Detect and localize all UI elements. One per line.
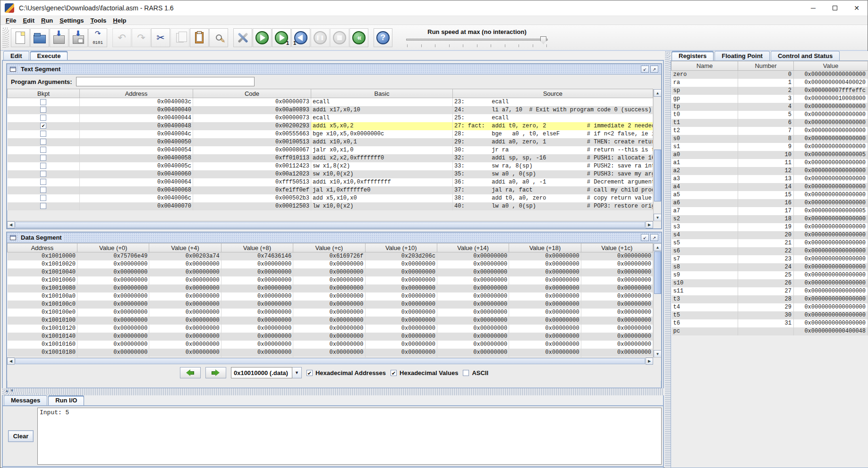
value-cell[interactable]: 0x00000000: [509, 333, 581, 341]
value-cell[interactable]: 0x00000000: [509, 292, 581, 301]
value-cell[interactable]: 0x00000000: [365, 317, 437, 325]
register-value-cell[interactable]: 0x0000000000000000: [794, 103, 868, 111]
scroll-down-icon[interactable]: ▼: [654, 350, 662, 358]
register-value-cell[interactable]: 0x0000000000000000: [794, 295, 868, 303]
value-cell[interactable]: 0x00000000: [581, 252, 653, 260]
value-cell[interactable]: 0x00000000: [149, 292, 221, 301]
value-cell[interactable]: 0x00000000: [437, 276, 509, 284]
ascii-option[interactable]: ASCII: [463, 369, 488, 376]
register-value-cell[interactable]: 0x0000000000000000: [794, 255, 868, 263]
open-file-button[interactable]: [30, 28, 49, 47]
value-cell[interactable]: 0x00000000: [437, 260, 509, 268]
text-segment-hscrollbar[interactable]: ◀ ▶: [7, 221, 661, 228]
value-cell[interactable]: 0x00000000: [149, 268, 221, 276]
value-cell[interactable]: 0x00000000: [581, 268, 653, 276]
register-value-cell[interactable]: 0x0000000000000000: [794, 223, 868, 231]
value-cell[interactable]: 0x00000000: [221, 349, 293, 357]
scroll-thumb[interactable]: [15, 222, 645, 228]
breakpoint-checkbox[interactable]: [40, 195, 46, 201]
value-cell[interactable]: 0x00000000: [149, 276, 221, 284]
value-cell[interactable]: 0x00000000: [365, 284, 437, 292]
value-cell[interactable]: 0x00000000: [509, 309, 581, 317]
register-value-cell[interactable]: 0x0000000000000000: [794, 167, 868, 175]
value-cell[interactable]: 0x00000000: [293, 292, 365, 301]
run-one-step-button[interactable]: 1: [272, 28, 291, 47]
value-cell[interactable]: 0x00000000: [509, 276, 581, 284]
value-cell[interactable]: 0x00000000: [149, 260, 221, 268]
value-cell[interactable]: 0x00000000: [293, 268, 365, 276]
address-cell[interactable]: 0x10010180: [8, 349, 77, 357]
value-cell[interactable]: 0x00000000: [581, 276, 653, 284]
value-cell[interactable]: 0x203d206c: [365, 252, 437, 260]
breakpoint-checkbox[interactable]: [40, 107, 46, 113]
value-cell[interactable]: 0x00000000: [149, 317, 221, 325]
text-segment-vscrollbar[interactable]: ▲ ▼: [653, 89, 661, 221]
run-button[interactable]: [253, 28, 272, 47]
data-segment-vscrollbar[interactable]: ▲ ▼: [653, 243, 661, 358]
value-cell[interactable]: 0x00000000: [509, 325, 581, 333]
value-cell[interactable]: 0x00000000: [149, 309, 221, 317]
breakpoint-checkbox[interactable]: [40, 99, 46, 105]
register-value-cell[interactable]: 0x0000000000000000: [794, 119, 868, 127]
value-cell[interactable]: 0x00000000: [509, 252, 581, 260]
value-cell[interactable]: 0x00000000: [77, 301, 149, 309]
value-cell[interactable]: 0x00000000: [77, 284, 149, 292]
next-memory-button[interactable]: [205, 367, 226, 378]
register-value-cell[interactable]: 0x0000000000000000: [794, 287, 868, 295]
value-cell[interactable]: 0x00000000: [581, 260, 653, 268]
value-cell[interactable]: 0x00000000: [293, 284, 365, 292]
register-value-cell[interactable]: 0x0000000000000000: [794, 183, 868, 191]
value-cell[interactable]: 0x00000000: [221, 292, 293, 301]
value-cell[interactable]: 0x00000000: [221, 325, 293, 333]
new-file-button[interactable]: [11, 28, 30, 47]
register-value-cell[interactable]: 0x0000000000000000: [794, 143, 868, 151]
register-value-cell[interactable]: 0x0000000000000000: [794, 199, 868, 207]
value-cell[interactable]: 0x00000000: [293, 341, 365, 349]
value-cell[interactable]: 0x00203a74: [149, 252, 221, 260]
value-cell[interactable]: 0x00000000: [509, 317, 581, 325]
value-cell[interactable]: 0x00000000: [77, 268, 149, 276]
register-value-cell[interactable]: 0x0000000000000000: [794, 239, 868, 247]
assemble-button[interactable]: [233, 28, 252, 47]
value-cell[interactable]: 0x00000000: [365, 292, 437, 301]
breakpoint-checkbox[interactable]: [40, 163, 46, 169]
value-cell[interactable]: 0x00000000: [77, 317, 149, 325]
value-cell[interactable]: 0x00000000: [581, 325, 653, 333]
value-cell[interactable]: 0x00000000: [509, 301, 581, 309]
address-cell[interactable]: 0x100100a0: [8, 292, 77, 301]
value-cell[interactable]: 0x00000000: [437, 333, 509, 341]
backstep-button[interactable]: 1: [291, 28, 310, 47]
vertical-splitter[interactable]: [665, 51, 671, 468]
register-value-cell[interactable]: 0x000000007fffeffc: [794, 87, 868, 95]
menu-settings[interactable]: Settings: [56, 17, 87, 25]
menu-file[interactable]: File: [2, 17, 19, 25]
value-cell[interactable]: 0x00000000: [365, 325, 437, 333]
value-cell[interactable]: 0x00000000: [581, 292, 653, 301]
minimize-button[interactable]: ─: [802, 0, 824, 16]
value-cell[interactable]: 0x00000000: [437, 252, 509, 260]
menu-tools[interactable]: Tools: [87, 17, 110, 25]
value-cell[interactable]: 0x00000000: [509, 268, 581, 276]
address-cell[interactable]: 0x10010080: [8, 284, 77, 292]
hex-addresses-option[interactable]: ✔ Hexadecimal Addresses: [306, 369, 386, 376]
value-cell[interactable]: 0x00000000: [149, 301, 221, 309]
paste-button[interactable]: [190, 28, 209, 47]
value-cell[interactable]: 0x00000000: [293, 260, 365, 268]
copy-button[interactable]: [170, 28, 189, 47]
value-cell[interactable]: 0x00000000: [437, 349, 509, 357]
tab-execute[interactable]: Execute: [30, 51, 68, 60]
address-cell[interactable]: 0x10010040: [8, 268, 77, 276]
hex-addresses-checkbox[interactable]: ✔: [306, 370, 313, 376]
undo-button[interactable]: ↶: [112, 28, 131, 47]
value-cell[interactable]: 0x00000000: [221, 333, 293, 341]
address-cell[interactable]: 0x10010120: [8, 325, 77, 333]
breakpoint-checkbox[interactable]: [40, 155, 46, 161]
run-speed-slider-thumb[interactable]: [540, 36, 546, 44]
frame-restore-icon[interactable]: ↙: [641, 234, 649, 241]
register-value-cell[interactable]: 0x0000000000000000: [794, 271, 868, 279]
run-io-console[interactable]: Input: 5: [37, 408, 662, 465]
breakpoint-checkbox[interactable]: [40, 179, 46, 185]
value-cell[interactable]: 0x00000000: [77, 341, 149, 349]
register-value-cell[interactable]: 0x0000000000000000: [794, 263, 868, 271]
memory-base-select[interactable]: 0x10010000 (.data) ▼: [231, 367, 302, 378]
